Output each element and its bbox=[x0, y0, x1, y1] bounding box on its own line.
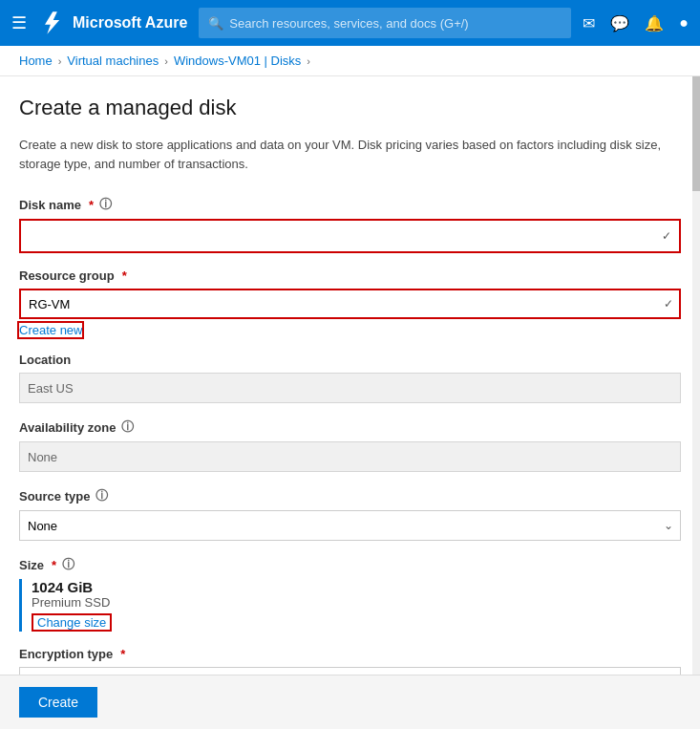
size-required: * bbox=[52, 558, 56, 572]
size-value: 1024 GiB bbox=[32, 579, 681, 595]
availability-zone-group: Availability zone ⓘ None bbox=[19, 418, 681, 472]
resource-group-select[interactable]: RG-VM bbox=[19, 289, 681, 319]
brand: Microsoft Azure bbox=[38, 10, 187, 36]
location-value: East US bbox=[19, 373, 681, 403]
disk-name-required: * bbox=[89, 198, 94, 212]
source-type-info-icon[interactable]: ⓘ bbox=[95, 487, 108, 504]
top-navigation: ☰ Microsoft Azure 🔍 ✉ 💬 🔔 ● bbox=[0, 0, 700, 46]
change-size-link[interactable]: Change size bbox=[32, 613, 112, 632]
notification-icon[interactable]: 🔔 bbox=[645, 14, 664, 32]
resource-group-group: Resource group * RG-VM ✓ Create new bbox=[19, 268, 681, 337]
availability-zone-label: Availability zone ⓘ bbox=[19, 418, 681, 436]
breadcrumb-sep-2: › bbox=[164, 55, 168, 67]
disk-name-label: Disk name * ⓘ bbox=[19, 196, 681, 213]
bottom-bar: Create bbox=[0, 675, 700, 729]
location-label: Location bbox=[19, 353, 681, 367]
location-group: Location East US bbox=[19, 353, 681, 403]
source-type-select-wrapper: None Snapshot Storage blob Azure Backup … bbox=[19, 510, 681, 541]
disk-name-input[interactable]: Extra bbox=[21, 221, 650, 251]
disk-name-group: Disk name * ⓘ Extra ✓ bbox=[19, 196, 681, 253]
breadcrumb-home[interactable]: Home bbox=[19, 54, 53, 68]
breadcrumb-sep-3: › bbox=[307, 55, 310, 67]
search-input[interactable] bbox=[229, 16, 562, 31]
resource-group-required: * bbox=[122, 268, 127, 283]
disk-name-chevron: ✓ bbox=[662, 229, 671, 243]
resource-group-select-wrapper: RG-VM ✓ bbox=[19, 289, 681, 319]
source-type-label: Source type ⓘ bbox=[19, 487, 681, 504]
page-title: Create a managed disk bbox=[19, 96, 681, 120]
brand-name: Microsoft Azure bbox=[73, 14, 187, 32]
feedback-icon[interactable]: 💬 bbox=[610, 14, 629, 32]
breadcrumb: Home › Virtual machines › Windows-VM01 |… bbox=[0, 46, 700, 76]
scrollbar-thumb[interactable] bbox=[692, 76, 700, 191]
breadcrumb-vm-disks[interactable]: Windows-VM01 | Disks bbox=[174, 54, 301, 68]
breadcrumb-sep-1: › bbox=[58, 55, 62, 67]
encryption-type-label: Encryption type * bbox=[19, 647, 681, 661]
size-label: Size * ⓘ bbox=[19, 556, 681, 573]
hamburger-icon[interactable]: ☰ bbox=[11, 12, 27, 33]
search-bar[interactable]: 🔍 bbox=[199, 8, 571, 38]
resource-group-label: Resource group * bbox=[19, 268, 681, 283]
disk-name-input-wrapper: Extra ✓ bbox=[19, 219, 681, 253]
availability-zone-info-icon[interactable]: ⓘ bbox=[121, 418, 134, 436]
account-icon[interactable]: ● bbox=[679, 14, 689, 32]
email-icon[interactable]: ✉ bbox=[583, 14, 595, 32]
create-button[interactable]: Create bbox=[19, 687, 97, 718]
size-group: Size * ⓘ 1024 GiB Premium SSD Change siz… bbox=[19, 556, 681, 632]
source-type-group: Source type ⓘ None Snapshot Storage blob… bbox=[19, 487, 681, 541]
topnav-icons: ✉ 💬 🔔 ● bbox=[583, 14, 689, 32]
availability-zone-value: None bbox=[19, 441, 681, 472]
create-new-link[interactable]: Create new bbox=[19, 323, 82, 337]
azure-logo bbox=[38, 10, 65, 36]
disk-name-info-icon[interactable]: ⓘ bbox=[99, 196, 112, 213]
breadcrumb-virtual-machines[interactable]: Virtual machines bbox=[67, 54, 159, 68]
scrollbar-track bbox=[692, 76, 700, 729]
encryption-type-required: * bbox=[120, 647, 125, 661]
search-icon: 🔍 bbox=[208, 16, 223, 31]
size-info-icon[interactable]: ⓘ bbox=[62, 556, 74, 573]
main-content: Create a managed disk Create a new disk … bbox=[0, 76, 700, 729]
size-section: 1024 GiB Premium SSD Change size bbox=[19, 579, 681, 632]
size-type: Premium SSD bbox=[32, 595, 681, 610]
page-description: Create a new disk to store applications … bbox=[19, 136, 681, 173]
source-type-select[interactable]: None Snapshot Storage blob Azure Backup … bbox=[19, 510, 681, 541]
